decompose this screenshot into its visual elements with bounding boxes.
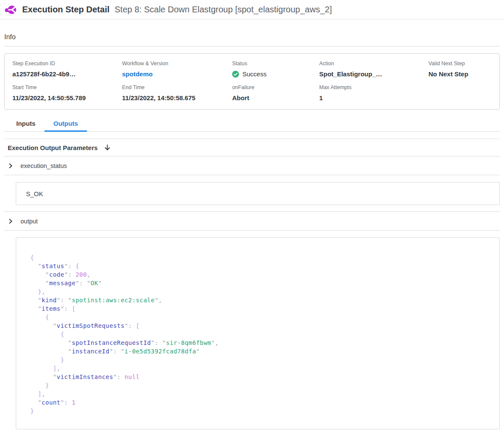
tab-inputs[interactable]: Inputs	[7, 116, 44, 131]
field-value: 1	[319, 94, 428, 101]
field-label: Valid Next Step	[428, 61, 492, 67]
field-label: onFailure	[232, 84, 319, 90]
field-label: Action	[319, 61, 428, 67]
output-json-code: { "status": { "code": 200, "message": "O…	[30, 253, 491, 415]
empty-cell	[428, 78, 492, 101]
download-arrow-icon[interactable]	[104, 144, 111, 151]
field-workflow-version: Workflow & Version spotdemo	[122, 54, 232, 78]
page-subtitle: Step 8: Scale Down Elastgroup [spot_elas…	[115, 5, 332, 14]
field-label: Workflow & Version	[122, 61, 232, 67]
workflow-link[interactable]: spotdemo	[122, 70, 232, 78]
field-value: 11/23/2022, 14:50:58.675	[122, 94, 232, 101]
field-on-failure: onFailure Abort	[232, 78, 319, 101]
execution-output-parameters-row: Execution Output Parameters	[4, 139, 500, 156]
info-card: Step Execution ID a125728f-6b22-4b9… Wor…	[4, 53, 500, 110]
field-valid-next-step: Valid Next Step No Next Step	[428, 54, 492, 78]
execution-output-parameters-heading: Execution Output Parameters	[8, 144, 98, 151]
status-badge: Success	[242, 70, 267, 78]
section-output-label: output	[20, 218, 38, 225]
field-step-execution-id: Step Execution ID a125728f-6b22-4b9…	[12, 54, 122, 78]
field-end-time: End Time 11/23/2022, 14:50:58.675	[122, 78, 232, 101]
section-execution-status-label: execution_status	[20, 162, 67, 169]
execution-status-value: S_OK	[26, 190, 43, 197]
field-value: a125728f-6b22-4b9…	[12, 70, 122, 78]
field-value: 11/23/2022, 14:50:55.789	[12, 94, 122, 101]
section-execution-status[interactable]: execution_status	[4, 156, 500, 175]
field-label: Status	[232, 61, 319, 67]
field-value: Abort	[232, 94, 319, 101]
page-header: Execution Step Detail Step 8: Scale Down…	[0, 0, 504, 20]
tab-outputs[interactable]: Outputs	[44, 116, 87, 131]
field-label: Start Time	[12, 84, 122, 90]
chevron-right-icon[interactable]	[8, 218, 14, 224]
field-action: Action Spot_Elastigroup_…	[319, 54, 428, 78]
brand-logo-icon	[4, 4, 17, 16]
info-section-heading: Info	[4, 33, 500, 46]
section-output[interactable]: output	[4, 212, 500, 231]
field-value: Spot_Elastigroup_…	[319, 70, 428, 78]
chevron-right-icon[interactable]	[8, 163, 14, 169]
field-label: Max Attempts	[319, 84, 428, 90]
field-status: Status Success	[232, 54, 319, 78]
field-max-attempts: Max Attempts 1	[319, 78, 428, 101]
execution-status-value-box: S_OK	[16, 182, 500, 205]
field-label: End Time	[122, 84, 232, 90]
page-title: Execution Step Detail	[22, 5, 110, 14]
output-json-box: { "status": { "code": 200, "message": "O…	[16, 237, 500, 429]
inputs-outputs-tabs: Inputs Outputs	[4, 116, 500, 132]
field-label: Step Execution ID	[12, 61, 122, 67]
field-start-time: Start Time 11/23/2022, 14:50:55.789	[12, 78, 122, 101]
field-value: No Next Step	[428, 70, 492, 78]
check-circle-icon	[232, 71, 239, 78]
